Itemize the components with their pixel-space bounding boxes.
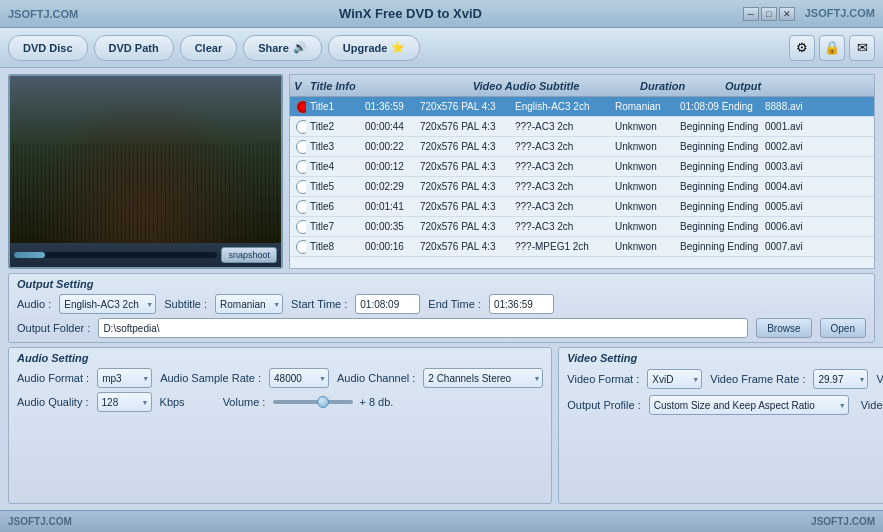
volume-slider-container: + 8 db.: [273, 396, 393, 408]
audio-quality-select[interactable]: 128: [97, 392, 152, 412]
row-video: 720x576 PAL 4:3: [416, 181, 511, 192]
sample-rate-select-wrapper[interactable]: 48000: [269, 368, 329, 388]
subtitle-select-wrapper[interactable]: Romanian: [215, 294, 283, 314]
row-check: [290, 120, 306, 134]
row-subtitle: Romanian: [611, 101, 676, 112]
row-duration-ending: 01:08:09 Ending: [676, 101, 761, 112]
share-button[interactable]: Share 🔊: [243, 35, 322, 61]
row-audio: ???-MPEG1 2ch: [511, 241, 611, 252]
title-row[interactable]: Title8 00:00:16 720x576 PAL 4:3 ???-MPEG…: [290, 237, 874, 257]
row-audio: ???-AC3 2ch: [511, 161, 611, 172]
row-title: Title4: [306, 161, 361, 172]
row-output: 0004.avi: [761, 181, 821, 192]
video-progress-bar[interactable]: [14, 252, 217, 258]
title-watermark-right: JSOFTJ.COM: [805, 7, 875, 21]
row-time: 00:00:35: [361, 221, 416, 232]
row-radio[interactable]: [296, 120, 306, 134]
title-row[interactable]: Title4 00:00:12 720x576 PAL 4:3 ???-AC3 …: [290, 157, 874, 177]
row-radio[interactable]: [296, 220, 306, 234]
audio-format-select[interactable]: mp3: [97, 368, 152, 388]
snapshot-button[interactable]: snapshoot: [221, 247, 277, 263]
lock-icon-btn[interactable]: 🔒: [819, 35, 845, 61]
output-profile-label: Output Profile :: [567, 399, 640, 411]
row-title: Title5: [306, 181, 361, 192]
video-format-select-wrapper[interactable]: XviD: [647, 369, 702, 389]
open-button[interactable]: Open: [820, 318, 866, 338]
title-row[interactable]: Title5 00:02:29 720x576 PAL 4:3 ???-AC3 …: [290, 177, 874, 197]
video-preview: snapshoot: [8, 74, 283, 269]
audio-select-wrapper[interactable]: English-AC3 2ch: [59, 294, 156, 314]
output-setting: Output Setting Audio : English-AC3 2ch S…: [8, 273, 875, 343]
row-title: Title3: [306, 141, 361, 152]
row-output: 0005.avi: [761, 201, 821, 212]
audio-channel-select-wrapper[interactable]: 2 Channels Stereo: [423, 368, 543, 388]
dvd-disc-button[interactable]: DVD Disc: [8, 35, 88, 61]
row-output: 0001.avi: [761, 121, 821, 132]
maximize-button[interactable]: □: [761, 7, 777, 21]
row-radio[interactable]: [296, 160, 306, 174]
header-video-audio-subtitle: Video Audio Subtitle: [416, 80, 636, 92]
frame-rate-select[interactable]: 29.97: [813, 369, 868, 389]
start-time-label: Start Time :: [291, 298, 347, 310]
volume-slider-thumb[interactable]: [317, 396, 329, 408]
row-check: [290, 140, 306, 154]
row-video: 720x576 PAL 4:3: [416, 101, 511, 112]
row-radio[interactable]: [296, 180, 306, 194]
frame-rate-label: Video Frame Rate :: [710, 373, 805, 385]
close-button[interactable]: ✕: [779, 7, 795, 21]
toolbar: DVD Disc DVD Path Clear Share 🔊 Upgrade …: [0, 28, 883, 68]
end-time-input[interactable]: [489, 294, 554, 314]
row-audio: ???-AC3 2ch: [511, 221, 611, 232]
browse-button[interactable]: Browse: [756, 318, 811, 338]
title-row[interactable]: Title1 01:36:59 720x576 PAL 4:3 English-…: [290, 97, 874, 117]
row-output: 8888.avi: [761, 101, 821, 112]
output-profile-select-wrapper[interactable]: Custom Size and Keep Aspect Ratio: [649, 395, 849, 415]
volume-slider-track[interactable]: [273, 400, 353, 404]
title-row[interactable]: Title2 00:00:44 720x576 PAL 4:3 ???-AC3 …: [290, 117, 874, 137]
row-output: 0002.avi: [761, 141, 821, 152]
output-profile-select[interactable]: Custom Size and Keep Aspect Ratio: [649, 395, 849, 415]
start-time-input[interactable]: [355, 294, 420, 314]
video-controls: snapshoot: [10, 243, 281, 267]
video-format-select[interactable]: XviD: [647, 369, 702, 389]
row-subtitle: Unknwon: [611, 201, 676, 212]
audio-channel-select[interactable]: 2 Channels Stereo: [423, 368, 543, 388]
row-audio: ???-AC3 2ch: [511, 121, 611, 132]
end-time-label: End Time :: [428, 298, 481, 310]
output-folder-input[interactable]: [98, 318, 748, 338]
audio-quality-select-wrapper[interactable]: 128: [97, 392, 152, 412]
status-watermark-right: JSOFTJ.COM: [811, 516, 875, 527]
minimize-button[interactable]: ─: [743, 7, 759, 21]
frame-rate-select-wrapper[interactable]: 29.97: [813, 369, 868, 389]
title-bar: JSOFTJ.COM WinX Free DVD to XviD ─ □ ✕ J…: [0, 0, 883, 28]
upgrade-button[interactable]: Upgrade ⭐: [328, 35, 421, 61]
clear-button[interactable]: Clear: [180, 35, 238, 61]
row-audio: ???-AC3 2ch: [511, 141, 611, 152]
settings-icon-btn[interactable]: ⚙: [789, 35, 815, 61]
main-content: snapshoot V Title Info Video Audio Subti…: [0, 68, 883, 510]
audio-format-select-wrapper[interactable]: mp3: [97, 368, 152, 388]
audio-setting-title: Audio Setting: [17, 352, 543, 364]
title-list: V Title Info Video Audio Subtitle Durati…: [289, 74, 875, 269]
email-icon-btn[interactable]: ✉: [849, 35, 875, 61]
title-row[interactable]: Title7 00:00:35 720x576 PAL 4:3 ???-AC3 …: [290, 217, 874, 237]
row-radio[interactable]: [296, 240, 306, 254]
sample-rate-select[interactable]: 48000: [269, 368, 329, 388]
row-video: 720x576 PAL 4:3: [416, 201, 511, 212]
audio-select[interactable]: English-AC3 2ch: [59, 294, 156, 314]
title-list-header: V Title Info Video Audio Subtitle Durati…: [290, 75, 874, 97]
row-radio[interactable]: [296, 100, 306, 114]
dvd-path-button[interactable]: DVD Path: [94, 35, 174, 61]
video-setting-title: Video Setting: [567, 352, 883, 364]
row-radio[interactable]: [296, 200, 306, 214]
row-check: [290, 240, 306, 254]
row-subtitle: Unknwon: [611, 121, 676, 132]
title-row[interactable]: Title3 00:00:22 720x576 PAL 4:3 ???-AC3 …: [290, 137, 874, 157]
upgrade-icon: ⭐: [391, 41, 405, 54]
header-duration2: Duration: [636, 80, 721, 92]
title-row[interactable]: Title6 00:01:41 720x576 PAL 4:3 ???-AC3 …: [290, 197, 874, 217]
volume-label: Volume :: [223, 396, 266, 408]
row-radio[interactable]: [296, 140, 306, 154]
subtitle-select[interactable]: Romanian: [215, 294, 283, 314]
row-duration-ending: Beginning Ending: [676, 241, 761, 252]
